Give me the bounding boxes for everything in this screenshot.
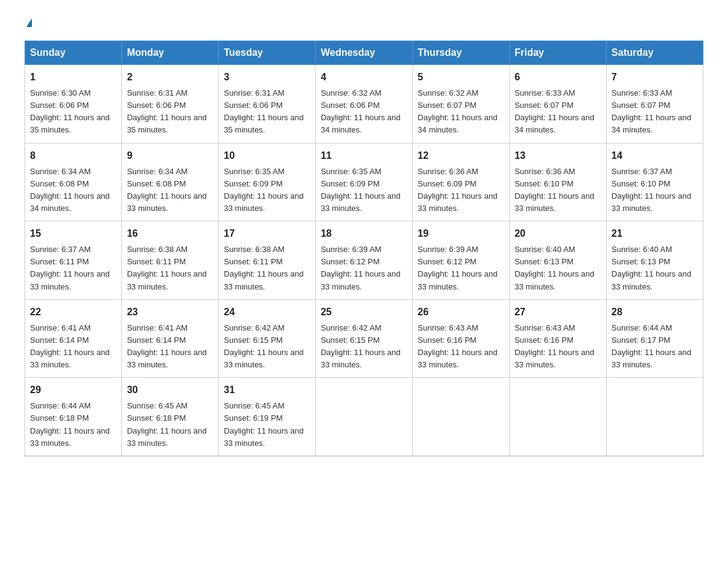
calendar-cell: 4Sunrise: 6:32 AMSunset: 6:06 PMDaylight… [316, 65, 412, 144]
calendar-cell: 15Sunrise: 6:37 AMSunset: 6:11 PMDayligh… [25, 221, 122, 300]
day-number: 16 [127, 226, 213, 241]
header-row: SundayMondayTuesdayWednesdayThursdayFrid… [25, 41, 703, 65]
day-number: 21 [612, 226, 698, 241]
week-row-2: 8Sunrise: 6:34 AMSunset: 6:08 PMDaylight… [25, 143, 703, 221]
day-number: 18 [320, 226, 407, 241]
day-info: Sunrise: 6:32 AMSunset: 6:06 PMDaylight:… [320, 88, 400, 134]
day-number: 3 [224, 70, 310, 85]
calendar-table: SundayMondayTuesdayWednesdayThursdayFrid… [25, 40, 703, 456]
day-number: 24 [224, 305, 310, 320]
day-info: Sunrise: 6:39 AMSunset: 6:12 PMDaylight:… [320, 245, 400, 291]
day-number: 11 [320, 148, 407, 163]
calendar-cell: 27Sunrise: 6:43 AMSunset: 6:16 PMDayligh… [509, 299, 606, 378]
day-number: 29 [30, 383, 116, 397]
calendar-cell: 3Sunrise: 6:31 AMSunset: 6:06 PMDaylight… [219, 65, 316, 144]
day-number: 15 [30, 226, 116, 241]
header-saturday: Saturday [606, 41, 703, 65]
day-info: Sunrise: 6:33 AMSunset: 6:07 PMDaylight:… [612, 88, 691, 134]
calendar-cell: 7Sunrise: 6:33 AMSunset: 6:07 PMDaylight… [606, 65, 703, 144]
calendar-cell [509, 378, 606, 456]
day-number: 14 [612, 148, 698, 163]
day-info: Sunrise: 6:34 AMSunset: 6:08 PMDaylight:… [127, 167, 207, 213]
header-friday: Friday [509, 41, 606, 65]
day-number: 26 [418, 305, 504, 320]
calendar-body: 1Sunrise: 6:30 AMSunset: 6:06 PMDaylight… [25, 65, 703, 456]
day-info: Sunrise: 6:38 AMSunset: 6:11 PMDaylight:… [127, 245, 207, 291]
calendar-cell: 1Sunrise: 6:30 AMSunset: 6:06 PMDaylight… [25, 65, 122, 144]
day-number: 6 [515, 70, 601, 85]
day-number: 12 [418, 148, 504, 163]
day-info: Sunrise: 6:38 AMSunset: 6:11 PMDaylight:… [224, 245, 303, 291]
day-number: 8 [30, 148, 116, 163]
day-number: 17 [224, 226, 310, 241]
day-info: Sunrise: 6:42 AMSunset: 6:15 PMDaylight:… [224, 323, 303, 369]
calendar-cell: 2Sunrise: 6:31 AMSunset: 6:06 PMDaylight… [122, 65, 219, 144]
calendar-cell: 12Sunrise: 6:36 AMSunset: 6:09 PMDayligh… [412, 143, 509, 221]
calendar-cell: 22Sunrise: 6:41 AMSunset: 6:14 PMDayligh… [25, 299, 122, 378]
calendar-cell: 6Sunrise: 6:33 AMSunset: 6:07 PMDaylight… [509, 65, 606, 144]
calendar-cell: 20Sunrise: 6:40 AMSunset: 6:13 PMDayligh… [509, 221, 606, 300]
header-wednesday: Wednesday [316, 41, 412, 65]
day-info: Sunrise: 6:45 AMSunset: 6:18 PMDaylight:… [127, 401, 207, 447]
day-number: 22 [30, 305, 116, 320]
day-number: 5 [418, 70, 504, 85]
week-row-5: 29Sunrise: 6:44 AMSunset: 6:18 PMDayligh… [25, 378, 703, 456]
day-number: 20 [515, 226, 601, 241]
day-info: Sunrise: 6:41 AMSunset: 6:14 PMDaylight:… [127, 323, 207, 369]
calendar-cell: 24Sunrise: 6:42 AMSunset: 6:15 PMDayligh… [219, 299, 316, 378]
day-info: Sunrise: 6:31 AMSunset: 6:06 PMDaylight:… [127, 88, 207, 134]
calendar-cell [606, 378, 703, 456]
calendar-cell: 5Sunrise: 6:32 AMSunset: 6:07 PMDaylight… [412, 65, 509, 144]
header-tuesday: Tuesday [219, 41, 316, 65]
day-number: 19 [418, 226, 504, 241]
day-number: 27 [515, 305, 601, 320]
day-info: Sunrise: 6:36 AMSunset: 6:09 PMDaylight:… [418, 167, 498, 213]
day-info: Sunrise: 6:40 AMSunset: 6:13 PMDaylight:… [612, 245, 691, 291]
day-info: Sunrise: 6:33 AMSunset: 6:07 PMDaylight:… [515, 88, 594, 134]
calendar-cell [412, 378, 509, 456]
day-number: 25 [320, 305, 407, 320]
calendar-cell: 26Sunrise: 6:43 AMSunset: 6:16 PMDayligh… [412, 299, 509, 378]
day-info: Sunrise: 6:37 AMSunset: 6:10 PMDaylight:… [612, 167, 691, 213]
calendar-cell: 17Sunrise: 6:38 AMSunset: 6:11 PMDayligh… [219, 221, 316, 300]
day-info: Sunrise: 6:43 AMSunset: 6:16 PMDaylight:… [418, 323, 498, 369]
header-sunday: Sunday [25, 41, 122, 65]
day-info: Sunrise: 6:44 AMSunset: 6:17 PMDaylight:… [612, 323, 691, 369]
day-info: Sunrise: 6:39 AMSunset: 6:12 PMDaylight:… [418, 245, 498, 291]
day-info: Sunrise: 6:31 AMSunset: 6:06 PMDaylight:… [224, 88, 303, 134]
day-info: Sunrise: 6:41 AMSunset: 6:14 PMDaylight:… [30, 323, 110, 369]
calendar-cell: 21Sunrise: 6:40 AMSunset: 6:13 PMDayligh… [606, 221, 703, 300]
week-row-3: 15Sunrise: 6:37 AMSunset: 6:11 PMDayligh… [25, 221, 703, 300]
day-info: Sunrise: 6:34 AMSunset: 6:08 PMDaylight:… [30, 167, 110, 213]
page-header [25, 18, 703, 28]
calendar-cell: 16Sunrise: 6:38 AMSunset: 6:11 PMDayligh… [122, 221, 219, 300]
day-number: 31 [224, 383, 310, 397]
day-number: 23 [127, 305, 213, 320]
calendar-cell: 31Sunrise: 6:45 AMSunset: 6:19 PMDayligh… [219, 378, 316, 456]
day-info: Sunrise: 6:44 AMSunset: 6:18 PMDaylight:… [30, 401, 110, 447]
calendar-cell: 9Sunrise: 6:34 AMSunset: 6:08 PMDaylight… [122, 143, 219, 221]
day-number: 7 [612, 70, 698, 85]
logo [25, 18, 32, 28]
calendar-cell: 25Sunrise: 6:42 AMSunset: 6:15 PMDayligh… [316, 299, 412, 378]
day-info: Sunrise: 6:35 AMSunset: 6:09 PMDaylight:… [320, 167, 400, 213]
calendar-cell: 11Sunrise: 6:35 AMSunset: 6:09 PMDayligh… [316, 143, 412, 221]
week-row-1: 1Sunrise: 6:30 AMSunset: 6:06 PMDaylight… [25, 65, 703, 144]
day-number: 13 [515, 148, 601, 163]
day-info: Sunrise: 6:43 AMSunset: 6:16 PMDaylight:… [515, 323, 594, 369]
logo-triangle-icon [26, 18, 32, 27]
day-number: 2 [127, 70, 213, 85]
calendar-cell: 30Sunrise: 6:45 AMSunset: 6:18 PMDayligh… [122, 378, 219, 456]
calendar-cell: 10Sunrise: 6:35 AMSunset: 6:09 PMDayligh… [219, 143, 316, 221]
day-info: Sunrise: 6:30 AMSunset: 6:06 PMDaylight:… [30, 88, 110, 134]
calendar-cell: 28Sunrise: 6:44 AMSunset: 6:17 PMDayligh… [606, 299, 703, 378]
day-number: 1 [30, 70, 116, 85]
day-info: Sunrise: 6:42 AMSunset: 6:15 PMDaylight:… [320, 323, 400, 369]
day-number: 4 [320, 70, 407, 85]
day-number: 10 [224, 148, 310, 163]
day-info: Sunrise: 6:40 AMSunset: 6:13 PMDaylight:… [515, 245, 594, 291]
calendar-cell [316, 378, 412, 456]
calendar-header: SundayMondayTuesdayWednesdayThursdayFrid… [25, 41, 703, 65]
calendar-cell: 14Sunrise: 6:37 AMSunset: 6:10 PMDayligh… [606, 143, 703, 221]
day-info: Sunrise: 6:37 AMSunset: 6:11 PMDaylight:… [30, 245, 110, 291]
